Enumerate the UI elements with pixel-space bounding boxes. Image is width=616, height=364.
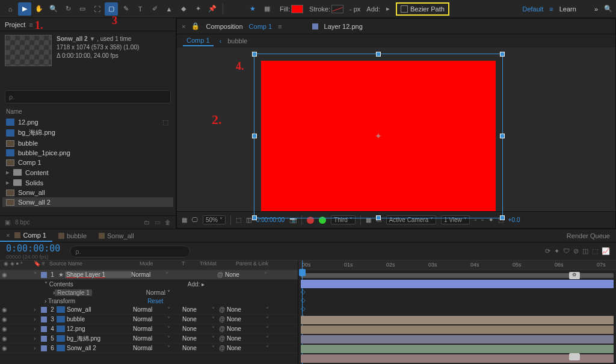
col-t[interactable]: T xyxy=(182,261,200,270)
eraser-tool[interactable]: ◆ xyxy=(177,2,190,16)
project-item[interactable]: ▸Solids xyxy=(2,177,173,188)
mode-dd-icon[interactable]: ˅ xyxy=(164,345,173,351)
render-queue-tab[interactable]: Render Queue xyxy=(561,229,616,242)
timeline-tab[interactable]: ×Comp 1 xyxy=(0,229,52,242)
hand-tool[interactable]: ✋ xyxy=(32,2,46,16)
learn-link[interactable]: Learn xyxy=(559,5,576,13)
keyframe-mark[interactable]: ◇ xyxy=(301,297,306,303)
grid-toggle-icon[interactable]: ▦ xyxy=(182,217,187,223)
pickwhip-icon[interactable]: @ xyxy=(215,271,225,278)
pickwhip-icon[interactable]: @ xyxy=(217,306,227,313)
parent[interactable]: None xyxy=(225,271,261,278)
trkmat[interactable]: None xyxy=(182,335,209,342)
layer-color[interactable] xyxy=(41,316,47,322)
layer-row[interactable]: ◉›5bg_海綿.pngNormal˅None˅@None˅ xyxy=(0,334,298,344)
comp-tab-menu-icon[interactable]: ≡ xyxy=(278,23,282,30)
rotation-tool[interactable]: ▭ xyxy=(76,2,89,16)
tl-icon-1[interactable]: ⟳ xyxy=(545,247,550,255)
project-item[interactable]: Comp 1 xyxy=(2,158,173,167)
col-parent[interactable]: Parent & Link xyxy=(236,261,298,270)
new-folder-icon[interactable]: 🗀 xyxy=(144,219,150,226)
tl-icon-6[interactable]: ⬚ xyxy=(592,247,598,255)
visibility-icon[interactable]: ◉ xyxy=(0,335,8,342)
new-comp-icon[interactable]: ▭ xyxy=(155,219,160,226)
bpc-toggle[interactable]: 8 bpc xyxy=(15,219,29,226)
stroke-swatch[interactable] xyxy=(331,5,343,13)
home-icon[interactable]: ⌂ xyxy=(4,2,17,16)
timeline-tab[interactable]: Sonw_all xyxy=(93,229,140,242)
work-area-end[interactable]: ⯐ xyxy=(569,272,580,279)
orbit-tool[interactable]: ↻ xyxy=(61,2,75,16)
trkmat[interactable]: None xyxy=(182,316,209,322)
layer-name[interactable]: bg_海綿.png xyxy=(67,335,133,343)
blend-mode[interactable]: Normal xyxy=(133,325,164,332)
blend-mode[interactable]: Normal xyxy=(133,306,164,313)
twirl-icon[interactable]: › xyxy=(34,306,41,313)
time-ruler[interactable]: 00s01s02s03s04s05s06s07s xyxy=(298,261,616,270)
pickwhip-icon[interactable]: @ xyxy=(217,325,227,332)
workspace-menu-icon[interactable]: ≡ xyxy=(549,5,553,13)
twirl-icon[interactable]: › xyxy=(34,345,41,351)
tl-icon-3[interactable]: 🛡 xyxy=(563,247,570,255)
graph-editor-icon[interactable]: 📈 xyxy=(602,247,610,255)
col-trkmat[interactable]: TrkMat xyxy=(200,261,236,270)
project-item[interactable]: Sonw_all 2 xyxy=(2,197,173,207)
pickwhip-icon[interactable]: @ xyxy=(217,335,227,342)
parent-dd-icon[interactable]: ˅ xyxy=(261,271,270,278)
handle-l[interactable] xyxy=(252,134,257,138)
mode-dd-icon[interactable]: ˅ xyxy=(164,325,173,332)
mode-dd-icon[interactable]: ˅ xyxy=(164,306,173,313)
clone-tool[interactable]: ▲ xyxy=(162,2,176,16)
project-name-col[interactable]: Name xyxy=(0,106,176,117)
trash-icon[interactable]: 🗑 xyxy=(165,219,171,226)
reset-link[interactable]: Reset xyxy=(147,298,163,304)
brush-tool[interactable]: ✐ xyxy=(148,2,161,16)
visibility-icon[interactable]: ◉ xyxy=(0,306,8,313)
handle-bl[interactable] xyxy=(252,215,257,220)
handle-tl[interactable] xyxy=(252,52,257,57)
parent[interactable]: None xyxy=(227,335,263,342)
layer-name[interactable]: Sonw_all 2 xyxy=(67,345,133,351)
parent-dd-icon[interactable]: ˅ xyxy=(263,316,271,322)
visibility-icon[interactable]: ◉ xyxy=(0,271,8,278)
lock-icon[interactable]: 🔒 xyxy=(191,22,200,30)
puppet-tool[interactable]: 📌 xyxy=(206,2,219,16)
visibility-icon[interactable]: ◉ xyxy=(0,345,8,351)
twirl-icon[interactable]: › xyxy=(34,335,41,342)
search-icon[interactable]: » xyxy=(594,5,598,13)
layer-color[interactable] xyxy=(41,336,47,342)
project-item[interactable]: bg_海綿.png xyxy=(2,127,158,138)
exposure[interactable]: +0.0 xyxy=(508,217,520,223)
handle-r[interactable] xyxy=(500,134,505,138)
bezier-path-toggle[interactable]: Bezier Path xyxy=(396,2,449,16)
project-item[interactable]: ▸Content xyxy=(2,167,173,177)
layer-tab[interactable]: Layer 12.png xyxy=(324,23,363,30)
parent[interactable]: None xyxy=(227,325,263,332)
selection-bounds[interactable]: ✦ xyxy=(254,54,503,218)
keyframe-mark[interactable]: ◇ xyxy=(301,305,306,312)
tl-icon-4[interactable]: ⊘ xyxy=(573,247,579,255)
handle-br[interactable] xyxy=(500,215,505,220)
col-mode[interactable]: Mode xyxy=(140,261,182,270)
breadcrumb-bubble[interactable]: bubble xyxy=(227,37,247,45)
layer-color[interactable] xyxy=(41,326,47,332)
timeline-tracks[interactable]: 00s01s02s03s04s05s06s07s ⯐ ◇◇◇◇ xyxy=(298,261,616,364)
project-item[interactable]: bubble xyxy=(2,138,173,148)
parent-dd-icon[interactable]: ˅ xyxy=(263,325,271,332)
twirl-icon[interactable]: › xyxy=(34,325,41,332)
twirl-icon[interactable]: › xyxy=(34,316,41,322)
layer-color[interactable] xyxy=(41,272,47,278)
layer-row[interactable]: ◉˅1★Shape Layer 1Normal˅@None˅ xyxy=(0,270,298,280)
mode-dd-icon[interactable]: ˅ xyxy=(164,316,173,322)
composition-viewer[interactable]: ✦ xyxy=(177,48,615,211)
parent[interactable]: None xyxy=(227,306,263,313)
track-bar[interactable] xyxy=(301,280,614,288)
handle-tr[interactable] xyxy=(500,52,505,57)
timecode[interactable]: 0:00:00:00 xyxy=(0,243,66,254)
contents-row[interactable]: ˅ ContentsAdd: ▸ xyxy=(0,280,298,288)
blend-mode[interactable]: Normal xyxy=(133,335,164,342)
blend-mode[interactable]: Normal xyxy=(131,271,162,278)
track-bar[interactable] xyxy=(301,316,614,324)
fill-swatch[interactable] xyxy=(291,5,303,13)
layer-color[interactable] xyxy=(41,307,47,313)
